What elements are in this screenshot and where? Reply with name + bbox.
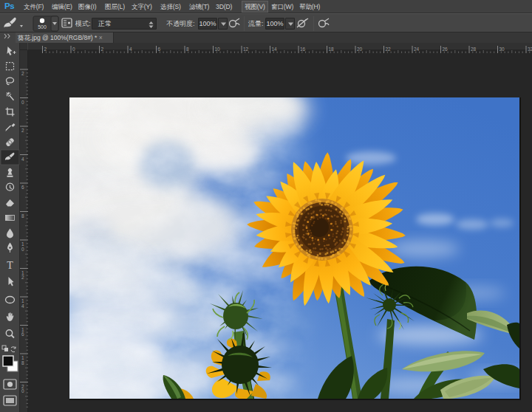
svg-text:28: 28 bbox=[471, 47, 477, 52]
svg-text:10: 10 bbox=[215, 47, 221, 52]
svg-text:2: 2 bbox=[44, 47, 47, 52]
svg-text:0: 0 bbox=[21, 100, 24, 105]
svg-text:30: 30 bbox=[499, 47, 505, 52]
svg-text:0: 0 bbox=[21, 247, 24, 252]
svg-text:6: 6 bbox=[21, 332, 24, 337]
svg-text:6: 6 bbox=[21, 185, 24, 190]
svg-text:6: 6 bbox=[158, 47, 161, 52]
svg-text:4: 4 bbox=[129, 47, 132, 52]
svg-text:20: 20 bbox=[357, 47, 363, 52]
svg-text:16: 16 bbox=[300, 47, 306, 52]
svg-text:26: 26 bbox=[443, 47, 449, 52]
svg-text:T: T bbox=[7, 260, 13, 271]
svg-text:2: 2 bbox=[21, 275, 24, 280]
svg-text:4: 4 bbox=[21, 303, 24, 309]
svg-text:12: 12 bbox=[243, 47, 249, 52]
svg-text:8: 8 bbox=[21, 213, 24, 219]
svg-text:4: 4 bbox=[21, 157, 24, 162]
svg-text:2: 2 bbox=[21, 128, 24, 133]
svg-text:22: 22 bbox=[386, 47, 392, 52]
svg-text:24: 24 bbox=[414, 47, 420, 52]
svg-text:8: 8 bbox=[186, 47, 189, 52]
svg-text:8: 8 bbox=[21, 360, 24, 365]
svg-text:2: 2 bbox=[21, 71, 24, 76]
svg-text:32: 32 bbox=[528, 47, 532, 52]
svg-text:2: 2 bbox=[101, 47, 104, 52]
svg-text:0: 0 bbox=[21, 388, 24, 394]
svg-text:14: 14 bbox=[272, 47, 278, 52]
svg-text:500: 500 bbox=[38, 24, 47, 30]
svg-text:18: 18 bbox=[329, 47, 335, 52]
svg-text:0: 0 bbox=[72, 47, 75, 52]
